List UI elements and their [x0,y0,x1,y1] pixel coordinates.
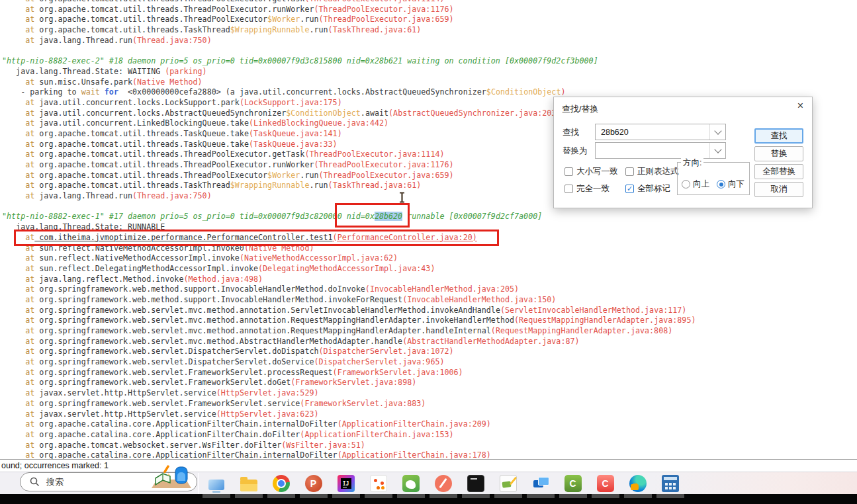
taskbar-indicator-segment [656,494,684,498]
code-line: at javax.servlet.http.HttpServlet.servic… [0,409,857,420]
taskbar-indicator-segment [559,494,587,498]
find-button[interactable]: 查找 [754,128,803,144]
camtasia-recorder-icon: C [597,475,614,492]
dialog-title: 查找/替换 [562,103,599,115]
display-icon[interactable] [200,472,232,495]
replace-input[interactable] [595,142,726,159]
taskbar-indicator-segment [203,494,230,498]
chrome-icon[interactable] [265,472,297,495]
radio-label: 向上 [693,179,709,190]
intellij-idea-icon: IJ [338,475,355,492]
mindmap-app-icon[interactable] [362,472,394,495]
radio-up[interactable]: 向上 [682,179,709,190]
annotation-box-nid [335,203,410,228]
taskbar-indicator-segment [429,494,457,498]
checkbox-unchecked-icon[interactable] [564,167,573,176]
taskbar-indicator-segment [235,494,263,498]
close-icon[interactable]: × [797,101,803,111]
code-line: at java.lang.reflect.Method.invoke(Metho… [0,274,857,285]
edge-icon[interactable] [621,472,654,495]
code-line: at org.springframework.web.servlet.mvc.m… [0,315,857,326]
checkbox-match-whole[interactable]: 完全一致 [564,183,625,194]
code-line: at org.apache.tomcat.util.threads.Thread… [0,5,857,15]
cancel-button[interactable]: 取消 [754,182,803,197]
chrome-icon [273,475,290,492]
checkbox-unchecked-icon[interactable] [625,167,634,176]
taskbar-indicator-segment [592,494,619,498]
find-dropdown-icon[interactable] [709,124,725,140]
code-line: at org.springframework.web.servlet.mvc.m… [0,306,857,316]
radio-unselected-icon[interactable] [682,180,690,189]
display-icon [208,480,224,490]
code-line: at org.apache.tomcat.util.threads.Thread… [0,0,857,5]
code-line: "http-nio-8882-exec-1" #17 daemon prio=5… [0,212,857,222]
taskbar-indicator-segment [624,494,652,498]
replace-button[interactable]: 替换 [754,146,803,161]
calculator-icon[interactable] [654,472,686,495]
code-line: at org.apache.tomcat.util.threads.TaskTh… [0,25,857,36]
direction-group: 方向: 向上向下 [677,162,750,195]
code-line: at sun.misc.Unsafe.park(Native Method) [0,77,857,88]
edge-icon [629,475,647,492]
code-line: at org.springframework.web.servlet.Frame… [0,368,857,378]
find-input-value: 28b620 [596,128,709,137]
dual-screens-icon[interactable] [524,472,557,495]
pen-app-icon [435,475,452,492]
green-bird-app-icon[interactable] [394,472,427,495]
find-label: 查找 [563,127,579,138]
intellij-idea-glyph: IJ [341,478,351,489]
find-replace-dialog: 查找/替换 × 查找 28b620 替换为 大小写一致正则表达式完全一致✓全部标… [553,97,813,208]
screen: at org.apache.tomcat.util.threads.Thread… [0,0,857,504]
taskbar-indicator-segment [332,494,360,498]
radio-label: 向下 [728,179,744,190]
code-line: at org.springframework.web.method.suppor… [0,295,857,306]
checkbox-label: 全部标记 [637,183,670,194]
status-text: ound; occurrences marked: 1 [1,461,109,470]
checkbox-unchecked-icon[interactable] [564,185,573,193]
replace-label: 替换为 [563,146,588,157]
radio-selected-icon[interactable] [717,180,725,189]
taskbar-indicator-segment [365,494,392,498]
direction-label: 方向: [681,157,703,169]
powerpoint-icon: P [305,475,322,492]
camtasia-recorder-icon[interactable]: C [589,472,621,495]
pen-app-icon[interactable] [427,472,459,495]
code-line: at org.apache.tomcat.websocket.server.Ws… [0,441,857,451]
taskbar-search[interactable]: 搜索 [20,472,197,491]
code-line: at sun.reflect.DelegatingMethodAccessorI… [0,264,857,274]
dual-screens-icon [532,475,549,492]
radio-down[interactable]: 向下 [717,179,744,190]
code-line: at sun.reflect.NativeMethodAccessorImpl.… [0,253,857,264]
checkbox-label: 正则表达式 [637,166,679,177]
terminal-icon[interactable] [459,472,492,495]
powerpoint-glyph: P [305,475,322,492]
code-line: at org.springframework.web.servlet.Dispa… [0,347,857,357]
taskbar-indicator-segment [300,494,328,498]
camtasia-icon[interactable]: C [557,472,589,495]
file-explorer-icon[interactable] [232,472,265,495]
code-line: at org.apache.catalina.core.ApplicationF… [0,450,857,459]
checkbox-checked-icon[interactable]: ✓ [625,185,634,193]
powerpoint-icon[interactable]: P [297,472,330,495]
notepad-app-icon[interactable] [492,472,524,495]
taskbar-separator [198,473,199,494]
code-line: at org.springframework.web.method.suppor… [0,284,857,295]
replace-dropdown-icon[interactable] [709,143,725,158]
status-bar: ound; occurrences marked: 1 [0,459,857,472]
code-line: at org.apache.tomcat.util.threads.Thread… [0,15,857,25]
taskbar-indicator-segment [494,494,522,498]
find-input[interactable]: 28b620 [595,124,726,140]
taskbar-indicator-segment [462,494,490,498]
taskbar-indicator-segment [267,494,295,498]
code-line: at org.springframework.web.servlet.mvc.m… [0,337,857,347]
camtasia-glyph: C [564,475,582,492]
annotation-box-method [14,230,499,246]
camtasia-recorder-glyph: C [597,475,614,492]
intellij-idea-icon[interactable]: IJ [330,472,362,495]
checkbox-label: 大小写一致 [576,166,618,177]
code-line: at org.apache.catalina.core.ApplicationF… [0,430,857,441]
checkbox-match-case[interactable]: 大小写一致 [564,166,625,177]
replace-all-button[interactable]: 全部替换 [754,164,803,179]
code-line: "http-nio-8882-exec-2" #18 daemon prio=5… [0,56,857,67]
code-line: at org.springframework.web.servlet.Frame… [0,399,857,409]
